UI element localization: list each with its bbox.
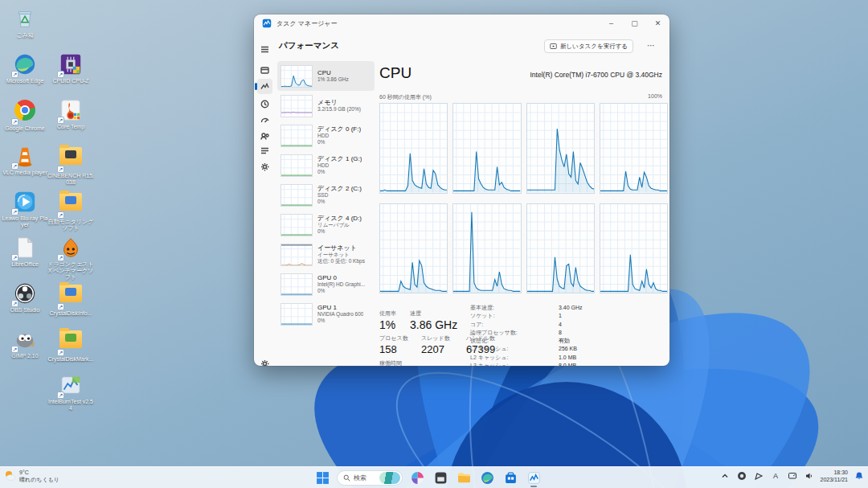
desktop-icon-microsoft-edge[interactable]: ↗Microsoft Edge <box>2 52 48 84</box>
desktop-icon-label: VLC media player <box>2 170 48 176</box>
taskbar-icon-task-manager[interactable] <box>525 469 542 486</box>
desktop-icon-label: GIMP 2.10 <box>2 353 48 359</box>
sidebar-item-sub2: 0% <box>317 169 362 175</box>
usage-label: 使用率 <box>379 310 396 316</box>
desktop-icon-recycle-bin[interactable]: ごみ箱 <box>2 6 48 39</box>
taskbar-icon-store[interactable] <box>502 469 519 486</box>
volume-icon[interactable] <box>803 470 815 482</box>
nav-services-tab[interactable] <box>257 159 272 174</box>
desktop-icon-cpuid-cpu-z[interactable]: ↗CPUID CPU-Z <box>47 52 94 84</box>
sidebar-item--1-g-[interactable]: ディスク 1 (G:)HDD0% <box>277 150 375 180</box>
disk-mini-chart <box>280 154 313 177</box>
cpu-detail-row: コア:4 <box>470 321 615 329</box>
desktop-icon-intelburntest[interactable]: ↗IntelBurnTest v2.54 <box>47 373 94 412</box>
taskbar-icon-edge[interactable] <box>478 469 496 486</box>
desktop-icon-vlc-media-player[interactable]: ↗VLC media player <box>2 144 48 176</box>
desktop-icon-leawo-blu-ray-player[interactable]: ↗Leawo Blu-ray Player <box>2 190 48 228</box>
cpu-detail-row: 仮想化:有効 <box>470 337 615 345</box>
sidebar-item--[interactable]: メモリ3.2/15.9 GB (20%) <box>277 91 375 121</box>
desktop-icon-label: ごみ箱 <box>2 32 48 39</box>
desktop-icon-gimp[interactable]: ↗GIMP 2.10 <box>2 327 48 359</box>
detail-value: 3.40 GHz <box>559 304 615 312</box>
taskbar-icon-widgets[interactable] <box>408 469 426 486</box>
minimize-button[interactable]: – <box>600 14 623 32</box>
sidebar-item-cpu[interactable]: CPU1% 3.86 GHz <box>277 61 375 91</box>
desktop-icon-label: ドラゴンクエストX ベンチマークソフト <box>47 261 94 281</box>
desktop-icon-grid: ごみ箱↗Microsoft Edge↗CPUID CPU-Z↗Google Ch… <box>0 0 104 434</box>
speed-label: 速度 <box>410 310 421 316</box>
detail-value: 1 <box>559 312 615 320</box>
sidebar-item-gpu-0[interactable]: GPU 0Intel(R) HD Graphi...0% <box>277 269 375 299</box>
nav-details-tab[interactable] <box>257 143 272 158</box>
nav-app-history-tab[interactable] <box>257 96 272 112</box>
tray-obs-icon[interactable] <box>735 470 747 482</box>
sidebar-item--2-c-[interactable]: ディスク 2 (C:)SSD0% <box>277 180 375 210</box>
sidebar-item--[interactable]: イーサネットイーサネット送信: 0 受信: 0 Kbps <box>277 240 375 269</box>
detail-value: 4 <box>559 321 615 329</box>
desktop-icon-crystaldiskmark-folder[interactable]: ↗CrystalDiskMark... <box>47 327 94 363</box>
desktop-icon-dqx-benchmark[interactable]: ↗ドラゴンクエストX ベンチマークソフト <box>47 236 94 281</box>
cast-display-icon[interactable] <box>786 470 798 482</box>
nav-startup-apps-tab[interactable] <box>257 113 272 128</box>
shortcut-arrow-icon: ↗ <box>11 162 18 170</box>
taskbar-icon-file-explorer[interactable] <box>455 469 473 486</box>
notification-bell-icon[interactable] <box>853 470 865 482</box>
desktop-icon-libreoffice[interactable]: ↗LibreOffice <box>2 236 48 268</box>
desktop-icon-obs-studio[interactable]: ↗OBS Studio <box>2 281 48 314</box>
desktop-icon-cinebench-folder[interactable]: ↗CINEBENCH R15.038 <box>47 144 94 186</box>
desktop-icon-label: Leawo Blu-ray Player <box>2 215 48 228</box>
run-task-icon <box>550 43 557 50</box>
menu-icon <box>260 45 269 54</box>
desktop-icon-label: 自動モニタリング ソフト <box>47 219 94 232</box>
ethernet-mini-chart <box>280 244 313 266</box>
desktop-icon-crystaldiskinfo-folder[interactable]: ↗CrystalDiskInfo... <box>47 281 94 317</box>
search-box[interactable]: 検索 <box>337 470 403 486</box>
startup-apps-icon <box>260 116 269 125</box>
taskbar-weather-widget[interactable]: 9°C 晴れのちくもり <box>3 469 59 483</box>
desktop-icon-label: Core Temp <box>47 124 94 130</box>
title-bar[interactable]: タスク マネージャー – ▢ ✕ <box>254 14 669 32</box>
cpuid-cpu-z-icon: ↗ <box>59 52 83 76</box>
close-button[interactable]: ✕ <box>646 14 669 32</box>
nav-processes-tab[interactable] <box>257 63 272 78</box>
start-button[interactable] <box>313 469 331 486</box>
nav-settings-button[interactable] <box>257 356 272 366</box>
navigation-rail <box>254 32 276 366</box>
window-title: タスク マネージャー <box>276 19 338 28</box>
more-options-button[interactable]: ⋯ <box>644 39 658 53</box>
nav-users-tab[interactable] <box>257 129 272 144</box>
sidebar-item-gpu-1[interactable]: GPU 1NVIDIA Quadro 6000% <box>277 299 375 329</box>
cpu-stats: 使用率 1% 速度 3.86 GHz プロセス数 158 スレッド数 2207 … <box>379 302 665 366</box>
maximize-button[interactable]: ▢ <box>623 14 646 32</box>
sidebar-item-sub2: 0% <box>317 139 361 146</box>
page-title: パフォーマンス <box>279 40 339 51</box>
desktop-icon-google-chrome[interactable]: ↗Google Chrome <box>2 98 48 132</box>
ime-mode-indicator[interactable]: A <box>769 470 781 482</box>
intelburntest-icon: ↗ <box>59 373 83 397</box>
nav-performance-tab[interactable] <box>257 79 272 94</box>
hidden-icons-chevron[interactable] <box>719 470 731 482</box>
shortcut-arrow-icon: ↗ <box>57 349 64 356</box>
sidebar-item-sub1: NVIDIA Quadro 600 <box>317 311 363 318</box>
nav-menu-button[interactable] <box>257 42 272 57</box>
sidebar-item--0-f-[interactable]: ディスク 0 (F:)HDD0% <box>277 121 375 150</box>
detail-label: コア: <box>470 321 483 329</box>
tray-cursor-icon[interactable] <box>752 470 764 482</box>
shortcut-arrow-icon: ↗ <box>11 118 18 125</box>
sidebar-item-name: ディスク 1 (G:) <box>317 155 362 162</box>
gpu-mini-chart <box>280 303 313 326</box>
desktop-icon-monitoring-folder[interactable]: ↗自動モニタリング ソフト <box>47 190 94 232</box>
gimp-icon: ↗ <box>13 327 37 351</box>
taskbar-icon-dark-app[interactable] <box>432 469 449 486</box>
sidebar-item-name: ディスク 2 (C:) <box>317 185 362 192</box>
sidebar-item--4-d-[interactable]: ディスク 4 (D:)リムーバブル0% <box>277 210 375 240</box>
detail-label: 仮想化: <box>470 337 489 345</box>
detail-label: L1 キャッシュ: <box>470 345 509 353</box>
clock-date: 2023/11/21 <box>820 476 848 483</box>
shortcut-arrow-icon: ↗ <box>57 166 64 173</box>
taskbar-clock[interactable]: 18:30 2023/11/21 <box>820 469 848 483</box>
run-new-task-button[interactable]: 新しいタスクを実行する <box>544 39 633 53</box>
desktop-icon-core-temp[interactable]: ↗Core Temp <box>47 98 94 130</box>
processes-label: プロセス数 <box>379 335 408 341</box>
system-tray: A 18:30 2023/11/21 <box>719 469 865 483</box>
